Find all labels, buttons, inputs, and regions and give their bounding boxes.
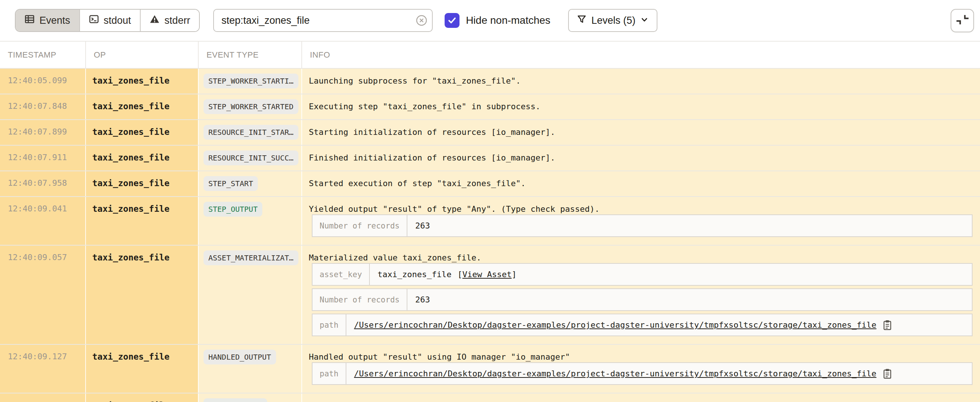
levels-filter-label: Levels (5) — [591, 15, 635, 26]
terminal-icon — [89, 14, 99, 27]
tab-stderr[interactable]: stderr — [140, 9, 199, 31]
view-asset-wrapper: [View Asset] — [457, 270, 516, 279]
warning-icon — [150, 14, 160, 27]
event-type-badge: HANDLED_OUTPUT — [204, 350, 276, 364]
event-info-message: Finished execution of step "taxi_zones_f… — [309, 400, 980, 402]
row-op: taxi_zones_file — [85, 146, 198, 171]
filter-funnel-icon — [577, 14, 586, 26]
event-type-badge: RESOURCE_INIT_STAR… — [204, 125, 298, 140]
metadata-label: path — [313, 314, 346, 336]
metadata-value: 263 — [407, 289, 438, 310]
event-type-badge: ASSET_MATERIALIZAT… — [204, 250, 298, 265]
tab-events[interactable]: Events — [16, 9, 79, 31]
log-row[interactable]: 12:40:07.899 taxi_zones_file RESOURCE_IN… — [0, 119, 980, 145]
metadata-row: path /Users/erincochran/Desktop/dagster-… — [313, 363, 972, 384]
metadata-row: path /Users/erincochran/Desktop/dagster-… — [313, 314, 972, 336]
log-row[interactable]: 12:40:07.848 taxi_zones_file STEP_WORKER… — [0, 93, 980, 119]
path-link[interactable]: /Users/erincochran/Desktop/dagster-examp… — [354, 369, 877, 378]
event-info-message: Started execution of step "taxi_zones_fi… — [309, 178, 980, 189]
row-timestamp: 12:40:05.099 — [0, 69, 85, 93]
event-type-badge: STEP_START — [204, 176, 258, 191]
asset-key-value: taxi_zones_file — [378, 270, 452, 279]
event-info-message: Starting initialization of resources [io… — [309, 127, 980, 138]
event-type-badge: RESOURCE_INIT_SUCC… — [204, 150, 298, 165]
log-row[interactable]: 12:40:09.057 taxi_zones_file ASSET_MATER… — [0, 245, 980, 344]
row-op: taxi_zones_file — [85, 171, 198, 196]
metadata-row: Number of records 263 — [313, 289, 972, 310]
tab-stdout-label: stdout — [104, 15, 131, 26]
metadata-row: asset_key taxi_zones_file [View Asset] — [313, 264, 972, 285]
event-info-message: Materialized value taxi_zones_file. — [309, 253, 980, 263]
row-op: taxi_zones_file — [85, 197, 198, 245]
log-table-header: TIMESTAMP OP EVENT TYPE INFO — [0, 42, 980, 68]
row-op: taxi_zones_file — [85, 394, 198, 402]
metadata-table: Number of records 263 — [312, 288, 972, 311]
row-op: taxi_zones_file — [85, 120, 198, 145]
row-timestamp: 12:40:09.057 — [0, 245, 85, 344]
event-type-badge: STEP_WORKER_STARTI… — [204, 74, 298, 89]
event-info-message: Handled output "result" using IO manager… — [309, 352, 980, 362]
metadata-value: 263 — [407, 215, 438, 236]
chevron-down-icon — [640, 15, 649, 26]
header-op: OP — [85, 42, 198, 68]
log-rows: 12:40:05.099 taxi_zones_file STEP_WORKER… — [0, 68, 980, 402]
event-type-badge: STEP_SUCCESS — [204, 398, 267, 402]
event-info-message: Launching subprocess for "taxi_zones_fil… — [309, 76, 980, 86]
tab-events-label: Events — [40, 15, 70, 26]
event-type-badge: STEP_OUTPUT — [204, 202, 262, 217]
row-timestamp: 12:40:09.127 — [0, 345, 85, 393]
collapse-panel-button[interactable] — [951, 9, 974, 32]
log-row[interactable]: 12:40:09.127 taxi_zones_file HANDLED_OUT… — [0, 344, 980, 393]
bracket: [ — [457, 270, 462, 279]
hide-non-matches-checkbox[interactable] — [445, 13, 460, 28]
log-row[interactable]: 12:40:09.041 taxi_zones_file STEP_OUTPUT… — [0, 196, 980, 245]
header-timestamp: TIMESTAMP — [0, 42, 85, 68]
path-link[interactable]: /Users/erincochran/Desktop/dagster-examp… — [354, 320, 877, 329]
header-info: INFO — [301, 42, 980, 68]
log-row[interactable]: 12:40:07.911 taxi_zones_file RESOURCE_IN… — [0, 145, 980, 171]
metadata-table: path /Users/erincochran/Desktop/dagster-… — [312, 362, 972, 385]
log-filter-search — [213, 9, 433, 32]
row-op: taxi_zones_file — [85, 94, 198, 119]
log-row[interactable]: 12:40:09.136 taxi_zones_file STEP_SUCCES… — [0, 393, 980, 402]
view-mode-tabs: Events stdout stderr — [15, 9, 200, 32]
row-timestamp: 12:40:09.041 — [0, 197, 85, 245]
metadata-table: path /Users/erincochran/Desktop/dagster-… — [312, 313, 972, 336]
search-input[interactable] — [213, 9, 433, 32]
metadata-table: Number of records 263 — [312, 214, 972, 237]
metadata-row: Number of records 263 — [313, 215, 972, 236]
metadata-label: Number of records — [313, 289, 407, 310]
header-event-type: EVENT TYPE — [198, 42, 301, 68]
tab-stdout[interactable]: stdout — [79, 9, 140, 31]
row-timestamp: 12:40:07.911 — [0, 146, 85, 171]
copy-icon[interactable] — [883, 368, 892, 379]
row-op: taxi_zones_file — [85, 245, 198, 344]
event-type-badge: STEP_WORKER_STARTED — [204, 99, 298, 114]
log-row[interactable]: 12:40:05.099 taxi_zones_file STEP_WORKER… — [0, 68, 980, 93]
row-timestamp: 12:40:09.136 — [0, 394, 85, 402]
row-op: taxi_zones_file — [85, 69, 198, 93]
collapse-icon — [956, 13, 969, 28]
row-timestamp: 12:40:07.958 — [0, 171, 85, 196]
event-info-message: Finished initialization of resources [io… — [309, 153, 980, 163]
view-asset-link[interactable]: View Asset — [463, 270, 512, 279]
hide-non-matches-label[interactable]: Hide non-matches — [466, 14, 550, 26]
row-timestamp: 12:40:07.899 — [0, 120, 85, 145]
row-timestamp: 12:40:07.848 — [0, 94, 85, 119]
event-info-message: Executing step "taxi_zones_file" in subp… — [309, 101, 980, 112]
metadata-label: path — [313, 363, 346, 384]
copy-icon[interactable] — [883, 320, 892, 331]
metadata-label: Number of records — [313, 215, 407, 236]
event-info-message: Yielded output "result" of type "Any". (… — [309, 204, 980, 214]
log-toolbar: Events stdout stderr — [0, 0, 980, 42]
levels-filter-button[interactable]: Levels (5) — [568, 9, 657, 32]
log-row[interactable]: 12:40:07.958 taxi_zones_file STEP_START … — [0, 171, 980, 196]
table-icon — [25, 14, 35, 27]
metadata-table: asset_key taxi_zones_file [View Asset] — [312, 263, 972, 286]
metadata-label: asset_key — [313, 264, 370, 285]
row-op: taxi_zones_file — [85, 345, 198, 393]
tab-stderr-label: stderr — [164, 15, 190, 26]
clear-search-icon[interactable] — [415, 14, 428, 26]
bracket: ] — [512, 270, 516, 279]
